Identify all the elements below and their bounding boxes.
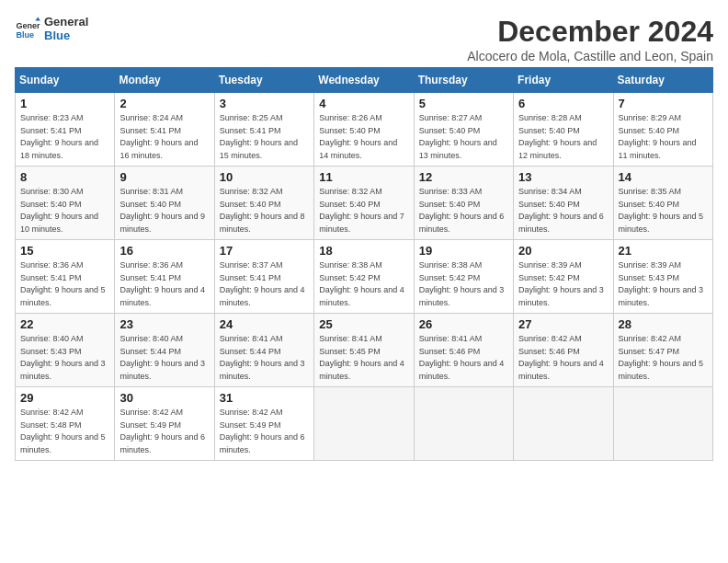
day-number: 2 (119, 97, 209, 110)
day-info: Sunrise: 8:26 AMSunset: 5:40 PMDaylight:… (319, 112, 408, 162)
day-number: 13 (518, 170, 608, 184)
table-row: 17 Sunrise: 8:37 AMSunset: 5:41 PMDaylig… (214, 240, 313, 314)
day-number: 25 (319, 317, 408, 331)
table-row: 20 Sunrise: 8:39 AMSunset: 5:42 PMDaylig… (514, 240, 613, 314)
day-number: 14 (619, 170, 708, 184)
calendar-week-1: 1 Sunrise: 8:23 AMSunset: 5:41 PMDayligh… (16, 93, 713, 167)
table-row: 13 Sunrise: 8:34 AMSunset: 5:40 PMDaylig… (514, 167, 613, 240)
day-number: 29 (20, 391, 109, 405)
day-info: Sunrise: 8:42 AMSunset: 5:47 PMDaylight:… (619, 333, 708, 383)
day-info: Sunrise: 8:41 AMSunset: 5:44 PMDaylight:… (220, 333, 309, 383)
table-row: 28 Sunrise: 8:42 AMSunset: 5:47 PMDaylig… (613, 314, 712, 387)
day-number: 16 (119, 244, 209, 258)
table-row (514, 387, 613, 461)
col-monday: Monday (115, 68, 214, 93)
table-row: 30 Sunrise: 8:42 AMSunset: 5:49 PMDaylig… (115, 387, 214, 461)
day-info: Sunrise: 8:35 AMSunset: 5:40 PMDaylight:… (619, 186, 708, 236)
day-info: Sunrise: 8:40 AMSunset: 5:44 PMDaylight:… (119, 333, 209, 383)
logo-blue: Blue (44, 29, 88, 42)
day-info: Sunrise: 8:36 AMSunset: 5:41 PMDaylight:… (20, 259, 109, 309)
day-info: Sunrise: 8:25 AMSunset: 5:41 PMDaylight:… (220, 112, 309, 162)
day-number: 11 (319, 170, 408, 184)
day-info: Sunrise: 8:29 AMSunset: 5:40 PMDaylight:… (619, 112, 708, 162)
day-number: 30 (119, 391, 209, 405)
day-number: 18 (319, 244, 408, 258)
table-row: 15 Sunrise: 8:36 AMSunset: 5:41 PMDaylig… (16, 240, 115, 314)
table-row: 11 Sunrise: 8:32 AMSunset: 5:40 PMDaylig… (314, 167, 414, 240)
table-row: 26 Sunrise: 8:41 AMSunset: 5:46 PMDaylig… (414, 314, 513, 387)
table-row: 24 Sunrise: 8:41 AMSunset: 5:44 PMDaylig… (214, 314, 313, 387)
calendar-table: Sunday Monday Tuesday Wednesday Thursday… (15, 67, 713, 461)
day-number: 15 (20, 244, 109, 258)
day-number: 28 (619, 317, 708, 331)
day-number: 31 (220, 391, 309, 405)
svg-marker-2 (35, 17, 40, 20)
day-info: Sunrise: 8:41 AMSunset: 5:45 PMDaylight:… (319, 333, 408, 383)
col-tuesday: Tuesday (214, 68, 313, 93)
day-info: Sunrise: 8:42 AMSunset: 5:49 PMDaylight:… (119, 407, 209, 456)
logo-general: General (44, 15, 88, 29)
table-row (414, 387, 513, 461)
table-row: 21 Sunrise: 8:39 AMSunset: 5:43 PMDaylig… (613, 240, 712, 314)
table-row: 10 Sunrise: 8:32 AMSunset: 5:40 PMDaylig… (214, 167, 313, 240)
day-number: 3 (220, 97, 309, 110)
table-row: 3 Sunrise: 8:25 AMSunset: 5:41 PMDayligh… (214, 93, 313, 167)
day-number: 4 (319, 97, 408, 110)
calendar-week-2: 8 Sunrise: 8:30 AMSunset: 5:40 PMDayligh… (16, 167, 713, 240)
day-info: Sunrise: 8:42 AMSunset: 5:49 PMDaylight:… (220, 407, 309, 456)
day-number: 23 (119, 317, 209, 331)
day-number: 8 (20, 170, 109, 184)
calendar-week-5: 29 Sunrise: 8:42 AMSunset: 5:48 PMDaylig… (16, 387, 713, 461)
table-row (314, 387, 414, 461)
day-info: Sunrise: 8:39 AMSunset: 5:42 PMDaylight:… (518, 259, 608, 309)
day-number: 21 (619, 244, 708, 258)
day-info: Sunrise: 8:28 AMSunset: 5:40 PMDaylight:… (518, 112, 608, 162)
day-info: Sunrise: 8:34 AMSunset: 5:40 PMDaylight:… (518, 186, 608, 236)
col-thursday: Thursday (414, 68, 513, 93)
day-info: Sunrise: 8:41 AMSunset: 5:46 PMDaylight:… (419, 333, 508, 383)
table-row: 8 Sunrise: 8:30 AMSunset: 5:40 PMDayligh… (16, 167, 115, 240)
day-number: 9 (119, 170, 209, 184)
day-info: Sunrise: 8:40 AMSunset: 5:43 PMDaylight:… (20, 333, 109, 383)
table-row: 22 Sunrise: 8:40 AMSunset: 5:43 PMDaylig… (16, 314, 115, 387)
day-number: 26 (419, 317, 508, 331)
day-info: Sunrise: 8:36 AMSunset: 5:41 PMDaylight:… (119, 259, 209, 309)
table-row: 25 Sunrise: 8:41 AMSunset: 5:45 PMDaylig… (314, 314, 414, 387)
logo-icon: General Blue (15, 16, 40, 41)
table-row: 27 Sunrise: 8:42 AMSunset: 5:46 PMDaylig… (514, 314, 613, 387)
table-row: 12 Sunrise: 8:33 AMSunset: 5:40 PMDaylig… (414, 167, 513, 240)
day-number: 12 (419, 170, 508, 184)
table-row: 19 Sunrise: 8:38 AMSunset: 5:42 PMDaylig… (414, 240, 513, 314)
day-info: Sunrise: 8:27 AMSunset: 5:40 PMDaylight:… (419, 112, 508, 162)
header-row: Sunday Monday Tuesday Wednesday Thursday… (16, 68, 713, 93)
day-info: Sunrise: 8:30 AMSunset: 5:40 PMDaylight:… (20, 186, 109, 236)
table-row: 4 Sunrise: 8:26 AMSunset: 5:40 PMDayligh… (314, 93, 414, 167)
day-info: Sunrise: 8:32 AMSunset: 5:40 PMDaylight:… (319, 186, 408, 236)
day-number: 5 (419, 97, 508, 110)
table-row: 14 Sunrise: 8:35 AMSunset: 5:40 PMDaylig… (613, 167, 712, 240)
title-area: December 2024 Alcocero de Mola, Castille… (467, 15, 713, 63)
table-row: 6 Sunrise: 8:28 AMSunset: 5:40 PMDayligh… (514, 93, 613, 167)
calendar-week-4: 22 Sunrise: 8:40 AMSunset: 5:43 PMDaylig… (16, 314, 713, 387)
day-number: 7 (619, 97, 708, 110)
day-info: Sunrise: 8:38 AMSunset: 5:42 PMDaylight:… (419, 259, 508, 309)
day-number: 17 (220, 244, 309, 258)
day-info: Sunrise: 8:32 AMSunset: 5:40 PMDaylight:… (220, 186, 309, 236)
day-number: 19 (419, 244, 508, 258)
table-row: 29 Sunrise: 8:42 AMSunset: 5:48 PMDaylig… (16, 387, 115, 461)
location-title: Alcocero de Mola, Castille and Leon, Spa… (467, 49, 713, 63)
table-row: 5 Sunrise: 8:27 AMSunset: 5:40 PMDayligh… (414, 93, 513, 167)
day-number: 10 (220, 170, 309, 184)
day-info: Sunrise: 8:39 AMSunset: 5:43 PMDaylight:… (619, 259, 708, 309)
day-info: Sunrise: 8:38 AMSunset: 5:42 PMDaylight:… (319, 259, 408, 309)
table-row: 16 Sunrise: 8:36 AMSunset: 5:41 PMDaylig… (115, 240, 214, 314)
day-info: Sunrise: 8:23 AMSunset: 5:41 PMDaylight:… (20, 112, 109, 162)
day-info: Sunrise: 8:42 AMSunset: 5:46 PMDaylight:… (518, 333, 608, 383)
day-number: 6 (518, 97, 608, 110)
day-info: Sunrise: 8:31 AMSunset: 5:40 PMDaylight:… (119, 186, 209, 236)
day-number: 22 (20, 317, 109, 331)
table-row (613, 387, 712, 461)
col-sunday: Sunday (16, 68, 115, 93)
col-wednesday: Wednesday (314, 68, 414, 93)
day-number: 27 (518, 317, 608, 331)
